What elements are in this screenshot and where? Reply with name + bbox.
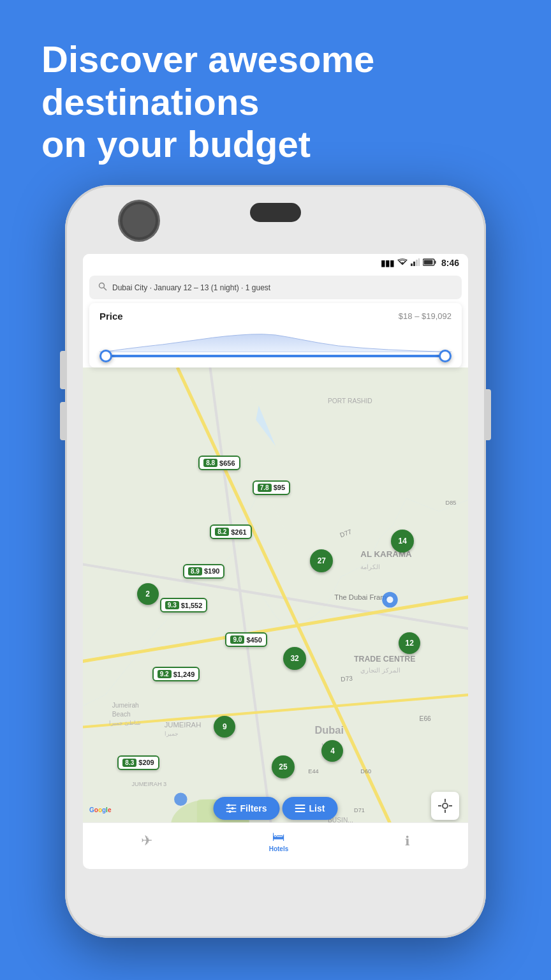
phone-body: ▮▮▮ 8:46 xyxy=(65,185,486,938)
tab-flights[interactable]: ✈ xyxy=(141,833,152,849)
price-header: Price $18 – $19,092 xyxy=(99,311,452,322)
signal-bars xyxy=(411,258,420,268)
search-icon xyxy=(98,282,107,293)
marker-price: $209 xyxy=(138,759,154,766)
price-slider[interactable] xyxy=(106,355,445,357)
svg-rect-6 xyxy=(423,260,432,264)
status-bar: ▮▮▮ 8:46 xyxy=(83,254,468,272)
hero-line3: on your budget xyxy=(41,123,374,166)
hero-line1: Discover awesome xyxy=(41,38,374,81)
phone-mockup: ▮▮▮ 8:46 xyxy=(65,185,486,938)
svg-line-8 xyxy=(104,288,107,291)
svg-point-7 xyxy=(99,283,105,288)
hotel-marker-m4[interactable]: 8.9$190 xyxy=(183,564,224,579)
svg-point-52 xyxy=(228,804,230,806)
hotel-marker-m2[interactable]: 7.8$95 xyxy=(253,480,290,495)
marker-price: $190 xyxy=(204,567,219,575)
battery-icon xyxy=(397,258,408,268)
phone-speaker xyxy=(250,203,301,222)
marker-price: $1,249 xyxy=(173,671,195,678)
cluster-c6[interactable]: 9 xyxy=(214,716,235,738)
info-icon: ℹ xyxy=(405,833,410,849)
phone-screen: ▮▮▮ 8:46 xyxy=(83,254,468,869)
slider-fill xyxy=(106,355,445,357)
tab-bar: ✈ 🛏 Hotels ℹ xyxy=(83,822,468,858)
power-button xyxy=(486,389,491,440)
price-range: $18 – $19,092 xyxy=(399,311,452,321)
flights-icon: ✈ xyxy=(141,833,152,849)
map-area[interactable]: D77 D85 D73 E66 E44 D60 D71 AL KARAMA ال… xyxy=(83,368,468,858)
wifi-icon: ▮▮▮ xyxy=(381,258,394,268)
volume-down-button xyxy=(60,402,65,440)
marker-price: $450 xyxy=(246,636,261,644)
marker-price: $95 xyxy=(274,484,285,491)
slider-thumb-left[interactable] xyxy=(99,350,112,362)
marker-rating: 8.8 xyxy=(203,459,217,467)
hero-text: Discover awesome destinations on your bu… xyxy=(41,38,374,166)
status-icons: ▮▮▮ 8:46 xyxy=(381,258,459,268)
tab-hotels[interactable]: 🛏 Hotels xyxy=(269,829,289,852)
tab-info[interactable]: ℹ xyxy=(405,833,410,849)
marker-price: $261 xyxy=(231,528,246,536)
marker-rating: 9.0 xyxy=(230,635,244,644)
svg-rect-3 xyxy=(418,258,420,266)
cluster-c8[interactable]: 25 xyxy=(272,755,295,778)
cluster-c2[interactable]: 14 xyxy=(391,530,414,553)
svg-rect-2 xyxy=(416,260,418,266)
time-display: 8:46 xyxy=(441,258,459,268)
hotel-marker-m1[interactable]: 8.8$656 xyxy=(198,456,240,470)
list-label: List xyxy=(309,803,325,813)
marker-rating: 8.9 xyxy=(188,567,202,575)
battery-indicator xyxy=(423,258,437,268)
svg-point-53 xyxy=(231,807,234,810)
marker-rating: 7.8 xyxy=(258,484,272,492)
svg-rect-5 xyxy=(434,260,436,264)
hotels-icon: 🛏 xyxy=(272,829,285,844)
hotels-label: Hotels xyxy=(269,845,289,852)
svg-point-58 xyxy=(443,803,448,808)
hotel-marker-m6[interactable]: 9.0$450 xyxy=(225,632,267,647)
cluster-c5[interactable]: 12 xyxy=(399,632,420,654)
filter-bar: Filters List xyxy=(214,797,338,820)
price-label: Price xyxy=(99,311,123,322)
hotel-marker-m3[interactable]: 8.2$261 xyxy=(210,524,251,539)
list-button[interactable]: List xyxy=(283,797,338,820)
price-filter-panel: Price $18 – $19,092 xyxy=(89,303,462,368)
marker-rating: 8.3 xyxy=(122,759,136,767)
filters-label: Filters xyxy=(240,803,267,813)
search-bar[interactable]: Dubai City · January 12 – 13 (1 night) ·… xyxy=(89,276,462,299)
hero-line2: destinations xyxy=(41,81,374,124)
cluster-c4[interactable]: 32 xyxy=(283,647,306,670)
volume-up-button xyxy=(60,351,65,389)
cluster-c7[interactable]: 4 xyxy=(321,740,343,762)
svg-rect-0 xyxy=(411,264,413,266)
google-logo: Google xyxy=(89,806,111,813)
marker-rating: 8.2 xyxy=(215,528,229,536)
search-text: Dubai City · January 12 – 13 (1 night) ·… xyxy=(112,283,270,292)
hotel-marker-m5[interactable]: 9.3$1,552 xyxy=(160,598,208,612)
cluster-c1[interactable]: 27 xyxy=(310,549,333,572)
marker-rating: 9.3 xyxy=(165,601,179,609)
hotel-marker-m8[interactable]: 8.3$209 xyxy=(117,755,159,770)
filters-button[interactable]: Filters xyxy=(214,797,280,820)
price-histogram xyxy=(99,327,452,352)
marker-rating: 9.2 xyxy=(158,670,172,678)
hotel-marker-m7[interactable]: 9.2$1,249 xyxy=(152,667,200,681)
marker-price: $1,552 xyxy=(181,602,203,609)
cluster-c3[interactable]: 2 xyxy=(137,583,159,605)
phone-camera xyxy=(122,204,156,237)
svg-rect-1 xyxy=(413,262,415,266)
slider-thumb-right[interactable] xyxy=(439,350,452,362)
marker-price: $656 xyxy=(219,459,235,467)
svg-point-54 xyxy=(229,810,231,813)
location-button[interactable] xyxy=(431,792,459,820)
map-markers-container: 8.8$6567.8$958.2$2618.9$1909.3$1,5529.0$… xyxy=(83,368,468,858)
